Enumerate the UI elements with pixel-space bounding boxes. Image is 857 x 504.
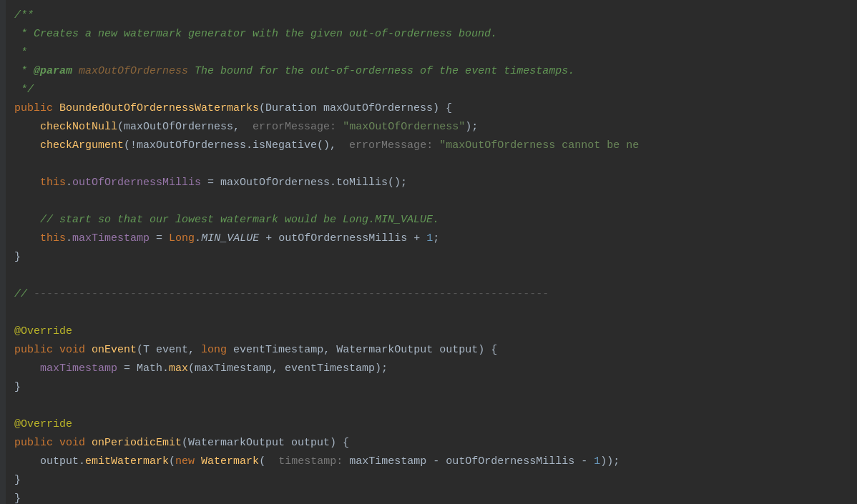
code-line: } — [0, 379, 857, 397]
code-line: /** — [0, 7, 857, 26]
code-line: } — [0, 249, 857, 267]
line-content: } — [14, 379, 21, 396]
line-content — [14, 156, 21, 173]
line-content: } — [14, 472, 21, 489]
left-gutter — [0, 0, 6, 504]
line-content: */ — [14, 81, 34, 99]
line-content: @Override — [14, 323, 72, 340]
code-line: public void onPeriodicEmit(WatermarkOutp… — [0, 435, 857, 453]
line-content: this.maxTimestamp = Long.MIN_VALUE + out… — [14, 230, 439, 247]
line-content: public BoundedOutOfOrdernessWatermarks(D… — [14, 100, 452, 117]
code-line — [0, 397, 857, 416]
code-line: checkArgument(!maxOutOfOrderness.isNegat… — [0, 137, 857, 156]
line-content — [14, 397, 21, 415]
line-content: maxTimestamp = Math.max(maxTimestamp, ev… — [14, 360, 388, 377]
line-content: @Override — [14, 416, 72, 433]
code-line: public void onEvent(T event, long eventT… — [0, 342, 857, 360]
code-line: */ — [0, 81, 857, 100]
code-lines: /** * Creates a new watermark generator … — [0, 7, 857, 504]
code-line — [0, 156, 857, 174]
line-content — [14, 305, 21, 322]
code-line: checkNotNull(maxOutOfOrderness, errorMes… — [0, 119, 857, 137]
line-content: } — [14, 490, 21, 504]
line-content: this.outOfOrdernessMillis = maxOutOfOrde… — [14, 174, 407, 192]
code-line: this.outOfOrdernessMillis = maxOutOfOrde… — [0, 174, 857, 193]
line-content: * @param maxOutOfOrderness The bound for… — [14, 63, 574, 80]
line-content: // -------------------------------------… — [14, 286, 549, 303]
code-line: // -------------------------------------… — [0, 286, 857, 305]
line-content: * — [14, 44, 27, 61]
line-content: * Creates a new watermark generator with… — [14, 26, 497, 43]
code-line: } — [0, 490, 857, 504]
line-content: // start so that our lowest watermark wo… — [14, 212, 439, 229]
code-line: public BoundedOutOfOrdernessWatermarks(D… — [0, 100, 857, 119]
code-editor: /** * Creates a new watermark generator … — [0, 0, 857, 504]
code-line: @Override — [0, 416, 857, 435]
code-line: @Override — [0, 323, 857, 342]
line-content: /** — [14, 7, 34, 24]
line-content: output.emitWatermark(new Watermark( time… — [14, 453, 620, 470]
code-line: maxTimestamp = Math.max(maxTimestamp, ev… — [0, 360, 857, 379]
code-line: } — [0, 472, 857, 490]
code-line: // start so that our lowest watermark wo… — [0, 212, 857, 230]
line-content: checkNotNull(maxOutOfOrderness, errorMes… — [14, 119, 478, 136]
line-content: } — [14, 249, 21, 266]
code-line: this.maxTimestamp = Long.MIN_VALUE + out… — [0, 230, 857, 249]
code-line — [0, 267, 857, 286]
code-line: * Creates a new watermark generator with… — [0, 26, 857, 44]
code-line: output.emitWatermark(new Watermark( time… — [0, 453, 857, 472]
code-line — [0, 193, 857, 212]
line-content — [14, 193, 21, 210]
code-line: * @param maxOutOfOrderness The bound for… — [0, 63, 857, 81]
line-content — [14, 267, 21, 285]
code-line: * — [0, 44, 857, 63]
line-content: public void onPeriodicEmit(WatermarkOutp… — [14, 435, 349, 452]
line-content: public void onEvent(T event, long eventT… — [14, 342, 497, 359]
code-line — [0, 305, 857, 323]
line-content: checkArgument(!maxOutOfOrderness.isNegat… — [14, 137, 639, 154]
